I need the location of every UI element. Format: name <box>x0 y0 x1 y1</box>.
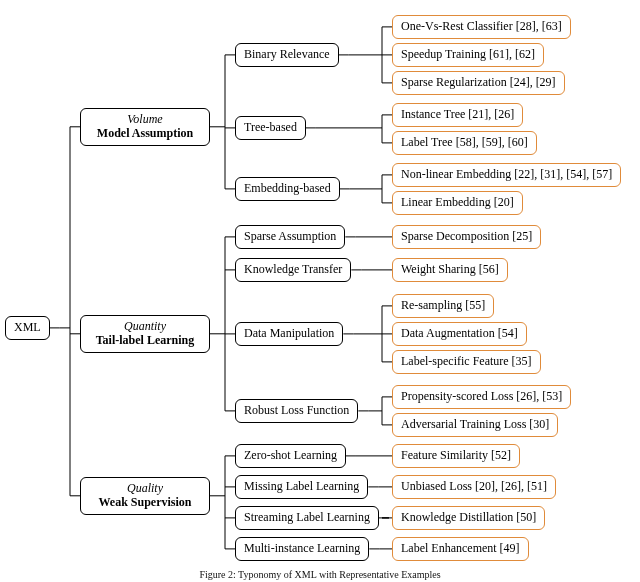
leaf-adversarial-loss: Adversarial Training Loss [30] <box>392 413 558 437</box>
leaf-knowledge-distill: Knowledge Distillation [50] <box>392 506 545 530</box>
leaf-label: Feature Similarity [52] <box>401 448 511 462</box>
sub-label: Zero-shot Learning <box>244 448 337 462</box>
sub-sparse-assumption: Sparse Assumption <box>235 225 345 249</box>
leaf-label: One-Vs-Rest Classifier [28], [63] <box>401 19 562 33</box>
category-quality: Quality Weak Supervision <box>80 477 210 515</box>
sub-label: Embedding-based <box>244 181 331 195</box>
sub-robust-loss-function: Robust Loss Function <box>235 399 358 423</box>
leaf-data-aug: Data Augmentation [54] <box>392 322 527 346</box>
leaf-linear-emb: Linear Embedding [20] <box>392 191 523 215</box>
leaf-label: Adversarial Training Loss [30] <box>401 417 549 431</box>
leaf-label: Data Augmentation [54] <box>401 326 518 340</box>
cat-italic: Quality <box>89 482 201 496</box>
root-node: XML <box>5 316 50 340</box>
leaf-label: Propensity-scored Loss [26], [53] <box>401 389 562 403</box>
figure-caption: Figure 2: Typonomy of XML with Represent… <box>0 569 640 580</box>
leaf-label-tree: Label Tree [58], [59], [60] <box>392 131 537 155</box>
leaf-label: Weight Sharing [56] <box>401 262 499 276</box>
tree-canvas: { "caption": "Figure 2: Typonomy of XML … <box>0 0 640 582</box>
sub-streaming-label-learning: Streaming Label Learning <box>235 506 379 530</box>
sub-zero-shot-learning: Zero-shot Learning <box>235 444 346 468</box>
leaf-weight-sharing: Weight Sharing [56] <box>392 258 508 282</box>
leaf-label: Label Enhancement [49] <box>401 541 520 555</box>
sub-data-manipulation: Data Manipulation <box>235 322 343 346</box>
root-label: XML <box>14 320 41 334</box>
leaf-one-vs-rest: One-Vs-Rest Classifier [28], [63] <box>392 15 571 39</box>
category-volume: Volume Model Assumption <box>80 108 210 146</box>
leaf-label: Label Tree [58], [59], [60] <box>401 135 528 149</box>
sub-label: Streaming Label Learning <box>244 510 370 524</box>
leaf-label: Unbiased Loss [20], [26], [51] <box>401 479 547 493</box>
leaf-label: Sparse Decomposition [25] <box>401 229 532 243</box>
sub-missing-label-learning: Missing Label Learning <box>235 475 368 499</box>
leaf-feat-similarity: Feature Similarity [52] <box>392 444 520 468</box>
cat-italic: Quantity <box>89 320 201 334</box>
sub-label: Robust Loss Function <box>244 403 349 417</box>
leaf-sparse-reg: Sparse Regularization [24], [29] <box>392 71 565 95</box>
leaf-label: Instance Tree [21], [26] <box>401 107 514 121</box>
leaf-label: Speedup Training [61], [62] <box>401 47 535 61</box>
leaf-label: Re-sampling [55] <box>401 298 485 312</box>
sub-label: Multi-instance Learning <box>244 541 360 555</box>
sub-label: Binary Relevance <box>244 47 330 61</box>
leaf-label: Knowledge Distillation [50] <box>401 510 536 524</box>
sub-label: Knowledge Transfer <box>244 262 342 276</box>
leaf-label-spec-feat: Label-specific Feature [35] <box>392 350 541 374</box>
sub-tree-based: Tree-based <box>235 116 306 140</box>
leaf-sparse-decomp: Sparse Decomposition [25] <box>392 225 541 249</box>
category-quantity: Quantity Tail-label Learning <box>80 315 210 353</box>
leaf-label: Linear Embedding [20] <box>401 195 514 209</box>
sub-label: Data Manipulation <box>244 326 334 340</box>
sub-label: Tree-based <box>244 120 297 134</box>
leaf-label: Non-linear Embedding [22], [31], [54], [… <box>401 167 612 181</box>
cat-bold: Model Assumption <box>89 127 201 141</box>
sub-binary-relevance: Binary Relevance <box>235 43 339 67</box>
cat-bold: Weak Supervision <box>89 496 201 510</box>
leaf-speedup-training: Speedup Training [61], [62] <box>392 43 544 67</box>
leaf-unbiased-loss: Unbiased Loss [20], [26], [51] <box>392 475 556 499</box>
leaf-nonlinear-emb: Non-linear Embedding [22], [31], [54], [… <box>392 163 621 187</box>
sub-embedding-based: Embedding-based <box>235 177 340 201</box>
sub-multi-instance-learning: Multi-instance Learning <box>235 537 369 561</box>
leaf-instance-tree: Instance Tree [21], [26] <box>392 103 523 127</box>
leaf-resampling: Re-sampling [55] <box>392 294 494 318</box>
cat-bold: Tail-label Learning <box>89 334 201 348</box>
leaf-label-enhancement: Label Enhancement [49] <box>392 537 529 561</box>
sub-knowledge-transfer: Knowledge Transfer <box>235 258 351 282</box>
sub-label: Sparse Assumption <box>244 229 336 243</box>
sub-label: Missing Label Learning <box>244 479 359 493</box>
leaf-label: Label-specific Feature [35] <box>401 354 532 368</box>
leaf-propensity-loss: Propensity-scored Loss [26], [53] <box>392 385 571 409</box>
cat-italic: Volume <box>89 113 201 127</box>
leaf-label: Sparse Regularization [24], [29] <box>401 75 556 89</box>
